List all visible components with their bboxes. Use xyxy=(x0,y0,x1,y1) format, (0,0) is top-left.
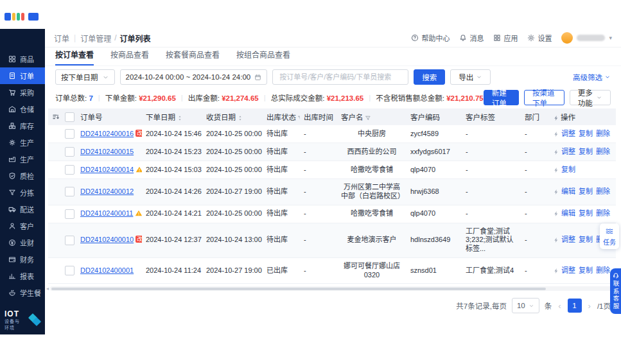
row-select-cell xyxy=(61,205,76,223)
scrollbar-thumb[interactable] xyxy=(51,288,546,290)
headset-icon xyxy=(613,272,619,279)
tab-by-goods[interactable]: 按商品查看 xyxy=(110,49,149,65)
channel-order-button[interactable]: 按渠道下单 xyxy=(524,90,564,105)
column-label: 客户名 xyxy=(341,114,363,121)
sidebar-item-purchase[interactable]: 采购 xyxy=(0,84,45,101)
tab-by-package-goods[interactable]: 按套餐商品查看 xyxy=(166,49,220,65)
column-header-delivery-date[interactable]: 收货日期 xyxy=(202,108,263,125)
scrollbar-track[interactable] xyxy=(50,286,612,291)
column-header-order-date[interactable]: 下单日期 xyxy=(142,108,202,125)
column-header-order-no[interactable]: 订单号 xyxy=(76,108,142,125)
sidebar-item-student-meal[interactable]: 学生餐 xyxy=(0,284,45,301)
op-copy-link[interactable]: 复制 xyxy=(579,236,593,243)
order-number-link[interactable]: DD24102400012 xyxy=(80,187,134,195)
topbar-messages-button[interactable]: 消息 xyxy=(459,33,484,43)
column-settings-header[interactable] xyxy=(48,108,61,125)
op-delete-link[interactable]: 删除 xyxy=(596,148,610,155)
date-range-picker[interactable]: 2024-10-24 00:00 ~ 2024-10-24 24:00 xyxy=(120,69,268,85)
row-checkbox[interactable] xyxy=(65,266,74,275)
row-checkbox[interactable] xyxy=(65,165,74,175)
column-header-tags[interactable]: 客户标签 xyxy=(462,108,521,125)
orders-table: 订单号下单日期收货日期出库状态出库时间客户名客户编码客户标签部门操作 DD241… xyxy=(48,108,616,284)
op-adjust-link[interactable]: 调整 xyxy=(561,130,575,137)
op-edit-link[interactable]: 编辑 xyxy=(561,209,575,217)
order-number-link[interactable]: DD24102400010 xyxy=(80,236,134,243)
sidebar-item-sorting[interactable]: 分拣 xyxy=(0,184,45,201)
op-copy-link[interactable]: 复制 xyxy=(579,266,593,274)
op-delete-link[interactable]: 删除 xyxy=(596,266,610,274)
search-button[interactable]: 搜索 xyxy=(414,69,445,85)
sidebar-item-biz-finance[interactable]: 业财 xyxy=(0,234,45,251)
op-delete-link[interactable]: 删除 xyxy=(596,187,610,195)
breadcrumb-parent[interactable]: 订单管理 xyxy=(80,33,111,44)
topbar-settings-button[interactable]: 设置 xyxy=(527,33,552,43)
sidebar-item-goods[interactable]: 商品 xyxy=(0,51,45,67)
op-edit-link[interactable]: 编辑 xyxy=(561,187,575,195)
summary-order-amount: 下单金额: ¥21,290.65 xyxy=(105,92,176,103)
tab-by-order[interactable]: 按订单查看 xyxy=(55,49,94,65)
op-copy-link[interactable]: 复制 xyxy=(561,166,575,173)
prev-page-button[interactable]: ‹ xyxy=(557,301,562,311)
op-copy-link[interactable]: 复制 xyxy=(579,148,593,155)
select-all-checkbox[interactable] xyxy=(65,112,74,122)
column-header-out-time[interactable]: 出库时间 xyxy=(300,108,337,125)
op-delete-link[interactable]: 删除 xyxy=(596,130,610,137)
op-copy-link[interactable]: 复制 xyxy=(579,209,593,217)
row-checkbox[interactable] xyxy=(65,147,74,157)
column-header-department[interactable]: 部门 xyxy=(521,108,549,125)
sidebar-item-delivery[interactable]: 配送 xyxy=(0,201,45,218)
column-header-ops[interactable]: 操作 xyxy=(549,108,616,125)
more-actions-button[interactable]: 更多功能 xyxy=(570,90,611,105)
order-number-link[interactable]: DD24102400011 xyxy=(80,209,133,217)
current-page-button[interactable]: 1 xyxy=(568,299,582,313)
sidebar-item-production-1[interactable]: 生产 xyxy=(0,134,45,151)
contact-support-button[interactable]: 联系客服 xyxy=(610,268,621,314)
column-header-customer-code[interactable]: 客户编码 xyxy=(407,108,462,125)
page-size-select[interactable]: 10 xyxy=(512,298,539,313)
sidebar-item-warehouse[interactable]: 仓储 xyxy=(0,101,45,117)
funnel-icon xyxy=(365,115,371,121)
sidebar-item-finance[interactable]: 财务 xyxy=(0,251,45,268)
sidebar-item-customers[interactable]: 客户 xyxy=(0,218,45,234)
op-adjust-link[interactable]: 调整 xyxy=(561,236,575,243)
op-adjust-link[interactable]: 调整 xyxy=(561,148,575,155)
new-order-button[interactable]: 新建订单 xyxy=(484,90,519,105)
top-appbar: 订单 | 订单管理 / 订单列表 帮助中心消息应用设置 ▾ xyxy=(45,29,621,48)
sidebar-item-production-2[interactable]: 生产 xyxy=(0,151,45,168)
row-checkbox[interactable] xyxy=(65,129,74,139)
order-number-link[interactable]: DD24102400015 xyxy=(80,148,134,155)
logo-bar-green xyxy=(17,13,20,21)
user-menu[interactable]: ▾ xyxy=(561,32,612,44)
column-header-customer[interactable]: 客户名 xyxy=(337,108,407,125)
topbar-apps-button[interactable]: 应用 xyxy=(493,33,518,43)
order-number-link[interactable]: DD24102400014 xyxy=(80,166,134,173)
op-copy-link[interactable]: 复制 xyxy=(579,130,593,137)
row-checkbox[interactable] xyxy=(65,209,74,219)
export-button[interactable]: 导出 xyxy=(450,69,491,85)
row-select-cell xyxy=(61,161,76,179)
sidebar-item-orders[interactable]: 订单 xyxy=(0,67,45,84)
column-header-status[interactable]: 出库状态 xyxy=(263,108,300,125)
sidebar-item-inventory[interactable]: 库存 xyxy=(0,117,45,134)
row-checkbox[interactable] xyxy=(65,187,74,196)
advanced-filter-button[interactable]: 高级筛选 xyxy=(573,72,611,82)
cell-ops: 调整复制删除 xyxy=(549,143,616,161)
table-row: DD241024000112024-10-24 14:212024-10-25 … xyxy=(48,205,616,223)
op-adjust-link[interactable]: 调整 xyxy=(561,266,575,274)
next-page-button[interactable]: › xyxy=(587,301,592,311)
date-type-select[interactable]: 按下单日期 xyxy=(55,69,115,85)
user-avatar[interactable] xyxy=(561,32,573,44)
scroll-left-arrow[interactable]: ◂ xyxy=(46,286,49,291)
op-delete-link[interactable]: 删除 xyxy=(596,209,610,217)
sidebar-item-quality[interactable]: 质检 xyxy=(0,168,45,184)
search-input[interactable] xyxy=(278,73,403,82)
page-size-value: 10 xyxy=(517,302,525,309)
tab-by-combo-goods[interactable]: 按组合商品查看 xyxy=(236,49,290,65)
op-copy-link[interactable]: 复制 xyxy=(579,187,593,195)
order-number-link[interactable]: DD24102400001 xyxy=(80,266,134,274)
topbar-help-button[interactable]: 帮助中心 xyxy=(411,33,450,43)
order-number-link[interactable]: DD24102400016 xyxy=(80,130,134,137)
sidebar-item-reports[interactable]: 报表 xyxy=(0,268,45,284)
row-checkbox[interactable] xyxy=(65,236,74,245)
task-float-button[interactable]: 任务 xyxy=(600,223,619,249)
